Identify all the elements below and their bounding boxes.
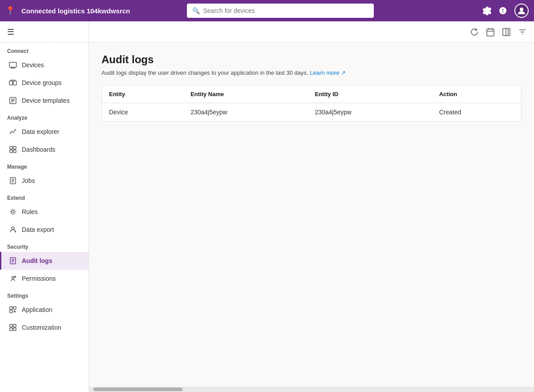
search-icon: 🔍 <box>192 7 200 14</box>
calendar-icon <box>486 28 495 36</box>
external-link-icon: ↗ <box>341 69 346 76</box>
sidebar-item-rules[interactable]: Rules <box>0 203 89 221</box>
table-row: Device 230a4j5eypw 230a4j5eypw Created <box>102 103 522 121</box>
svg-rect-2 <box>9 81 12 85</box>
sidebar-item-label-audit-logs: Audit logs <box>22 257 52 264</box>
svg-rect-3 <box>13 81 16 85</box>
app-title: Connected logistics 104kwdwsrcn <box>21 7 130 15</box>
svg-rect-19 <box>13 324 16 327</box>
svg-rect-22 <box>487 29 494 36</box>
cell-action: Created <box>432 103 522 121</box>
sidebar-item-permissions[interactable]: Permissions <box>0 270 89 287</box>
svg-point-0 <box>520 8 523 11</box>
search-bar[interactable]: 🔍 <box>187 4 374 18</box>
app-logo-icon: 📍 <box>5 6 15 16</box>
sidebar-item-application[interactable]: Application <box>0 301 89 319</box>
devices-icon <box>8 61 17 69</box>
svg-rect-6 <box>13 146 16 149</box>
permissions-icon <box>8 274 17 283</box>
header-actions <box>482 4 529 18</box>
sidebar-item-label-devices: Devices <box>22 61 44 69</box>
audit-logs-table: Entity Entity Name Entity ID Action Devi… <box>101 85 522 121</box>
svg-rect-15 <box>10 307 12 309</box>
device-templates-icon <box>8 96 17 105</box>
horizontal-scrollbar[interactable] <box>89 387 534 392</box>
svg-point-10 <box>12 210 14 213</box>
sidebar-item-jobs[interactable]: Jobs <box>0 172 89 190</box>
main-layout: ☰ Connect Devices Device groups <box>0 21 534 392</box>
help-button[interactable] <box>498 6 507 15</box>
learn-more-link[interactable]: Learn more ↗ <box>310 69 346 76</box>
svg-point-14 <box>15 276 16 278</box>
main-content: Audit logs Audit logs display the user d… <box>89 21 534 392</box>
avatar-icon <box>517 6 526 15</box>
rules-icon <box>8 207 17 216</box>
date-filter-button[interactable] <box>486 28 495 36</box>
help-icon <box>498 6 507 15</box>
sidebar-item-label-data-explorer: Data explorer <box>22 128 59 135</box>
page-title: Audit logs <box>101 53 522 66</box>
sidebar-item-label-application: Application <box>22 306 53 313</box>
sidebar-item-data-export[interactable]: Data export <box>0 221 89 238</box>
sidebar-item-label-permissions: Permissions <box>22 275 56 282</box>
column-header-entity-id: Entity ID <box>307 85 432 103</box>
column-header-entity: Entity <box>102 85 184 103</box>
settings-button[interactable] <box>482 6 491 15</box>
sidebar-item-dashboards[interactable]: Dashboards <box>0 141 89 158</box>
sidebar-item-audit-logs[interactable]: Audit logs <box>0 252 89 270</box>
column-header-entity-name: Entity Name <box>183 85 307 103</box>
device-groups-icon <box>8 78 17 87</box>
svg-rect-21 <box>13 328 16 331</box>
svg-rect-17 <box>10 310 12 313</box>
search-input[interactable] <box>203 7 368 14</box>
sidebar-item-device-templates[interactable]: Device templates <box>0 92 89 109</box>
user-avatar[interactable] <box>514 4 529 18</box>
sidebar-item-device-groups[interactable]: Device groups <box>0 74 89 92</box>
content-toolbar <box>89 21 534 43</box>
section-label-extend: Extend <box>0 190 89 203</box>
column-header-action: Action <box>432 85 522 103</box>
svg-rect-1 <box>9 62 16 67</box>
sidebar-item-label-rules: Rules <box>22 208 38 215</box>
jobs-icon <box>8 176 17 185</box>
refresh-button[interactable] <box>470 28 479 36</box>
section-label-analyze: Analyze <box>0 109 89 123</box>
refresh-icon <box>470 28 479 36</box>
gear-icon <box>482 6 491 15</box>
sidebar-item-label-jobs: Jobs <box>22 177 35 184</box>
cell-entity-name: 230a4j5eypw <box>183 103 307 121</box>
top-header: 📍 Connected logistics 104kwdwsrcn 🔍 <box>0 0 534 21</box>
svg-rect-23 <box>503 28 510 36</box>
svg-rect-8 <box>13 150 16 153</box>
sidebar-item-label-device-groups: Device groups <box>22 79 62 86</box>
svg-rect-18 <box>10 324 12 327</box>
scrollbar-thumb[interactable] <box>93 388 182 391</box>
sidebar-toggle-button[interactable]: ☰ <box>0 21 89 43</box>
filter-icon <box>518 28 527 36</box>
sidebar-item-devices[interactable]: Devices <box>0 56 89 74</box>
customization-icon <box>8 323 17 332</box>
data-export-icon <box>8 225 17 234</box>
svg-rect-7 <box>10 150 12 153</box>
columns-icon <box>502 28 511 36</box>
audit-logs-icon <box>8 256 17 265</box>
sidebar-item-customization[interactable]: Customization <box>0 319 89 336</box>
svg-point-11 <box>12 227 14 230</box>
hamburger-icon: ☰ <box>7 27 14 37</box>
section-label-settings: Settings <box>0 287 89 301</box>
sidebar-item-label-device-templates: Device templates <box>22 97 69 104</box>
svg-rect-20 <box>10 328 12 331</box>
data-explorer-icon <box>8 127 17 136</box>
filter-button[interactable] <box>518 28 527 36</box>
cell-entity: Device <box>102 103 184 121</box>
svg-point-13 <box>12 277 14 279</box>
columns-button[interactable] <box>502 28 511 36</box>
dashboards-icon <box>8 145 17 154</box>
sidebar-item-label-customization: Customization <box>22 324 61 331</box>
section-label-manage: Manage <box>0 158 89 172</box>
sidebar: ☰ Connect Devices Device groups <box>0 21 89 392</box>
page-description: Audit logs display the user driven chang… <box>101 69 522 76</box>
sidebar-item-data-explorer[interactable]: Data explorer <box>0 123 89 141</box>
cell-entity-id: 230a4j5eypw <box>307 103 432 121</box>
application-icon <box>8 305 17 314</box>
